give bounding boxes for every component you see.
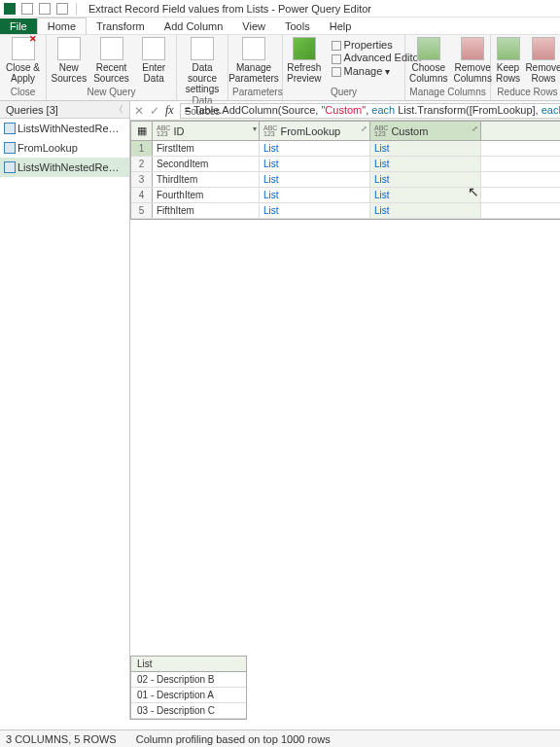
- cell-custom[interactable]: List: [370, 188, 481, 202]
- choose-columns-icon: [417, 37, 440, 60]
- type-any-icon: ABC123: [263, 125, 277, 136]
- queries-panel: Queries [3] 〈 ListsWithNestedRecordsFrom…: [0, 101, 130, 720]
- row-number[interactable]: 1: [131, 141, 153, 156]
- data-grid: ▦ ABC123ID▾ ABC123FromLookup⤢ ABC123Cust…: [130, 121, 560, 220]
- enter-data-button[interactable]: Enter Data: [135, 37, 172, 84]
- column-filter-icon[interactable]: ▾: [253, 124, 257, 133]
- row-number[interactable]: 3: [131, 172, 153, 187]
- save-icon[interactable]: [21, 3, 33, 15]
- recent-icon: [100, 37, 123, 60]
- cell-custom[interactable]: List: [370, 172, 481, 187]
- remove-columns-button[interactable]: Remove Columns: [453, 37, 491, 84]
- refresh-icon: [293, 37, 316, 60]
- query-item[interactable]: ListsWithNestedRecords: [0, 119, 129, 138]
- recent-sources-button[interactable]: Recent Sources: [93, 37, 130, 84]
- formula-text: = Table.AddColumn(Source,: [185, 104, 322, 116]
- formula-keyword: each: [371, 104, 395, 116]
- properties-icon: [332, 41, 341, 51]
- cell-fromlookup[interactable]: List: [260, 157, 370, 171]
- query-item[interactable]: ListsWithNestedRecords (2): [0, 158, 129, 177]
- type-any-icon: ABC123: [157, 125, 170, 136]
- cell-id[interactable]: FourthItem: [153, 188, 260, 202]
- status-columns-rows: 3 COLUMNS, 5 ROWS: [6, 733, 117, 745]
- row-number[interactable]: 5: [131, 203, 153, 218]
- group-query-label: Query: [287, 86, 401, 98]
- cell-id[interactable]: ThirdItem: [153, 172, 260, 187]
- table-row[interactable]: 3ThirdItemListList: [131, 172, 560, 188]
- table-row[interactable]: 1FirstItemListList: [131, 141, 560, 157]
- detail-header: List: [131, 657, 246, 672]
- column-header-custom[interactable]: ABC123Custom⤢: [370, 122, 481, 140]
- cell-fromlookup[interactable]: List: [260, 172, 370, 187]
- cell-fromlookup[interactable]: List: [260, 188, 370, 202]
- detail-row[interactable]: 03 - Description C: [131, 703, 246, 719]
- tab-home[interactable]: Home: [37, 18, 87, 34]
- close-icon: [12, 37, 35, 60]
- column-header-id[interactable]: ABC123ID▾: [153, 122, 260, 140]
- table-row[interactable]: 2SecondItemListList: [131, 157, 560, 172]
- enter-data-icon: [142, 37, 165, 60]
- queries-header[interactable]: Queries [3] 〈: [0, 101, 129, 119]
- group-newquery-label: New Query: [51, 86, 172, 98]
- group-manage-columns-label: Manage Columns: [409, 86, 486, 98]
- keep-rows-icon: [497, 37, 520, 60]
- expand-icon[interactable]: ⤢: [361, 124, 368, 133]
- tab-file[interactable]: File: [0, 18, 37, 34]
- remove-columns-icon: [461, 37, 484, 60]
- table-row[interactable]: 5FifthItemListList: [131, 203, 560, 219]
- parameters-icon: [242, 37, 265, 60]
- detail-panel: List 02 - Description B01 - Description …: [130, 656, 247, 720]
- type-any-icon: ABC123: [374, 125, 388, 136]
- remove-rows-icon: [532, 37, 555, 60]
- tab-transform[interactable]: Transform: [87, 18, 155, 34]
- cell-id[interactable]: FifthItem: [153, 203, 260, 218]
- close-apply-button[interactable]: Close & Apply: [4, 37, 42, 84]
- cell-custom[interactable]: List: [370, 157, 481, 171]
- queries-header-label: Queries [3]: [6, 104, 58, 116]
- redo-icon[interactable]: [56, 3, 68, 15]
- row-number[interactable]: 2: [131, 157, 153, 171]
- collapse-icon[interactable]: 〈: [114, 103, 123, 117]
- detail-row[interactable]: 02 - Description B: [131, 672, 246, 688]
- tab-add-column[interactable]: Add Column: [155, 18, 233, 34]
- table-row[interactable]: 4FourthItemListList: [131, 188, 560, 203]
- new-sources-button[interactable]: New Sources: [51, 37, 88, 84]
- remove-rows-button[interactable]: Remove Rows: [527, 37, 560, 84]
- status-profiling: Column profiling based on top 1000 rows: [136, 733, 331, 745]
- tab-view[interactable]: View: [232, 18, 275, 34]
- formula-bar[interactable]: = Table.AddColumn(Source, "Custom", each…: [180, 103, 560, 119]
- fx-icon[interactable]: fx: [165, 103, 174, 118]
- group-reduce-rows-label: Reduce Rows: [495, 86, 560, 98]
- window-title: Extract Record Field values from Lists -…: [88, 3, 371, 15]
- row-number[interactable]: 4: [131, 188, 153, 202]
- undo-icon[interactable]: [39, 3, 51, 15]
- detail-row[interactable]: 01 - Description A: [131, 688, 246, 703]
- tab-help[interactable]: Help: [320, 18, 362, 34]
- tab-tools[interactable]: Tools: [275, 18, 320, 34]
- table-options-button[interactable]: ▦: [131, 122, 153, 140]
- cell-fromlookup[interactable]: List: [260, 203, 370, 218]
- manage-parameters-button[interactable]: Manage Parameters: [232, 37, 275, 84]
- advanced-editor-icon: [332, 54, 341, 64]
- expand-icon[interactable]: ⤢: [472, 124, 478, 133]
- choose-columns-button[interactable]: Choose Columns: [409, 37, 447, 84]
- manage-icon: [332, 67, 341, 77]
- app-icon: [4, 3, 16, 15]
- group-close-label: Close: [4, 86, 42, 98]
- cell-fromlookup[interactable]: List: [260, 141, 370, 156]
- refresh-preview-button[interactable]: Refresh Preview: [287, 37, 322, 84]
- keep-rows-button[interactable]: Keep Rows: [495, 37, 521, 84]
- new-source-icon: [57, 37, 81, 60]
- cell-id[interactable]: SecondItem: [153, 157, 260, 171]
- data-source-icon: [191, 37, 214, 60]
- cell-custom[interactable]: List: [370, 141, 481, 156]
- formula-string: "Custom": [321, 104, 366, 116]
- cell-custom[interactable]: List: [370, 203, 481, 218]
- data-source-settings-button[interactable]: Data source settings: [181, 37, 224, 94]
- formula-cancel-icon[interactable]: ✕: [134, 104, 144, 118]
- separator: [76, 3, 77, 15]
- query-item[interactable]: FromLookup: [0, 138, 129, 158]
- column-header-fromlookup[interactable]: ABC123FromLookup⤢: [260, 122, 370, 140]
- cell-id[interactable]: FirstItem: [153, 141, 260, 156]
- formula-commit-icon[interactable]: ✓: [150, 104, 159, 118]
